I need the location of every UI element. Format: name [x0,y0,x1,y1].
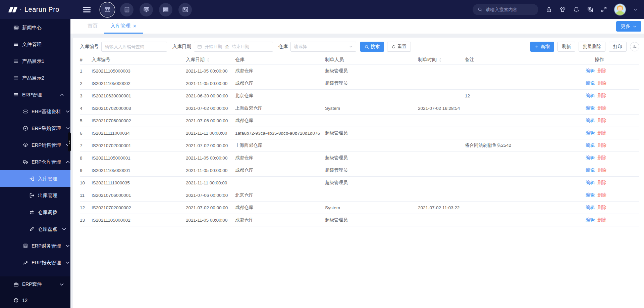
close-icon[interactable] [133,24,137,28]
lock-icon[interactable] [546,6,552,13]
delete-link[interactable]: 删除 [597,118,606,124]
app-button-app-monitor[interactable] [140,3,153,16]
code-filter-input[interactable] [101,42,167,52]
sidebar-item-label: ERP采购管理 [32,125,61,132]
delete-link[interactable]: 删除 [597,130,606,136]
delete-link[interactable]: 删除 [597,93,606,99]
edit-link[interactable]: 编辑 [586,68,595,74]
table-row: 11IS202107060000012021-07-06 00:00:00北京仓… [80,189,639,202]
refresh-button[interactable]: 刷新 [557,42,575,52]
entry-date: 2021-11-05 00:00:00 [186,69,235,74]
sidebar-item-产品展示1[interactable]: 产品展示1 [0,53,70,70]
delete-link[interactable]: 删除 [597,205,606,211]
sidebar-item-ERP销售管理[interactable]: ERP销售管理 [0,137,70,153]
sidebar-drag-handle[interactable] [68,132,71,151]
entry-code: IS20211111000034 [92,131,186,136]
app-button-app-doc[interactable] [120,3,133,16]
sidebar-item-ERP套件[interactable]: ERP套件 [0,276,70,292]
app-button-app-book[interactable] [159,3,172,16]
edit-link[interactable]: 编辑 [586,192,595,198]
app-button-app-code[interactable] [101,3,114,16]
add-button[interactable]: 新增 [530,42,554,52]
sidebar-item-ERP管理[interactable]: ERP管理 [0,86,70,103]
edit-link[interactable]: 编辑 [586,93,595,99]
row-index: 12 [80,205,92,210]
sidebar-item-ERP仓库管理[interactable]: ERP仓库管理 [0,153,70,170]
delete-link[interactable]: 删除 [597,155,606,161]
delete-link[interactable]: 删除 [597,142,606,148]
sidebar-item-文件管理[interactable]: 文件管理 [0,36,70,53]
app-switcher [101,3,192,16]
sidebar-item-出库管理[interactable]: 出库管理 [0,187,70,204]
entry-code: IS20211105000001 [92,156,186,161]
app-chart-icon [182,6,189,13]
sidebar-item-label: 新闻中心 [22,25,42,31]
sidebar-item-12[interactable]: 12 [0,292,70,308]
date-range-picker[interactable]: 开始日期 至 结束日期 [194,42,273,52]
sidebar: 新闻中心文件管理产品展示1产品展示2ERP管理ERP基础资料ERP采购管理ERP… [0,19,70,308]
delete-link[interactable]: 删除 [597,192,606,198]
row-index: 5 [80,118,92,123]
tab-home[interactable]: 首页 [81,19,104,34]
avatar[interactable] [614,4,626,15]
sidebar-item-新闻中心[interactable]: 新闻中心 [0,19,70,36]
edit-link[interactable]: 编辑 [586,167,595,173]
sidebar-item-ERP报表管理[interactable]: ERP报表管理 [0,254,70,271]
bell-icon[interactable] [573,6,580,13]
fullscreen-icon[interactable] [601,6,607,13]
column-header-2[interactable]: 入库日期 [186,57,235,63]
list-icon [13,42,19,47]
sidebar-item-仓库盘点[interactable]: 仓库盘点 [0,221,70,237]
logo-icon [9,7,16,12]
hamburger-menu-icon[interactable] [83,5,91,14]
chevron-down-icon [59,282,64,287]
sidebar-item-ERP基础资料[interactable]: ERP基础资料 [0,103,70,120]
shirt-icon[interactable] [559,6,566,13]
edit-link[interactable]: 编辑 [586,217,595,223]
translate-icon[interactable] [587,6,593,13]
entry-code: IS20211105000002 [92,81,186,86]
delete-link[interactable]: 删除 [597,68,606,74]
search-button[interactable]: 搜索 [360,42,384,52]
delete-link[interactable]: 删除 [597,80,606,86]
delete-link[interactable]: 删除 [597,167,606,173]
entry-date: 2021-11-05 00:00:00 [186,218,235,223]
global-search-input[interactable] [486,7,533,12]
column-header-5[interactable]: 制单时间 [418,57,465,63]
sidebar-item-label: 出库管理 [38,192,57,199]
app-button-app-chart[interactable] [178,3,192,16]
edit-link[interactable]: 编辑 [586,155,595,161]
edit-link[interactable]: 编辑 [586,105,595,111]
edit-link[interactable]: 编辑 [586,118,595,124]
brand-separator: · [19,6,21,13]
column-settings-button[interactable] [630,42,639,51]
edit-link[interactable]: 编辑 [586,142,595,148]
sidebar-item-仓库调拨[interactable]: 仓库调拨 [0,204,70,221]
delete-link[interactable]: 删除 [597,105,606,111]
tab-inbound-management[interactable]: 入库管理 [104,19,143,34]
edit-link[interactable]: 编辑 [586,80,595,86]
delete-link[interactable]: 删除 [597,217,606,223]
sidebar-item-label: 文件管理 [22,41,42,48]
delete-link[interactable]: 删除 [597,180,606,186]
batch-delete-button[interactable]: 批量删除 [579,42,605,52]
creator: System [325,106,418,111]
edit-link[interactable]: 编辑 [586,205,595,211]
edit-link[interactable]: 编辑 [586,130,595,136]
reset-button[interactable]: 重置 [387,42,411,52]
row-actions: 编辑删除 [586,180,639,186]
print-button[interactable]: 打印 [609,42,627,52]
row-index: 6 [80,131,92,136]
warehouse-select[interactable]: 请选择 [290,42,356,52]
more-button[interactable]: 更多 [616,21,641,32]
global-search[interactable] [473,4,538,15]
sidebar-item-ERP采购管理[interactable]: ERP采购管理 [0,120,70,137]
date-filter-label: 入库日期 [172,44,191,50]
app-monitor-icon [143,6,150,13]
sidebar-item-入库管理[interactable]: 入库管理 [0,170,70,187]
sidebar-item-ERP财务管理[interactable]: ERP财务管理 [0,237,70,254]
edit-link[interactable]: 编辑 [586,180,595,186]
sidebar-item-产品展示2[interactable]: 产品展示2 [0,70,70,86]
sign-out-icon [29,193,35,198]
chevron-down-icon[interactable] [633,7,638,12]
